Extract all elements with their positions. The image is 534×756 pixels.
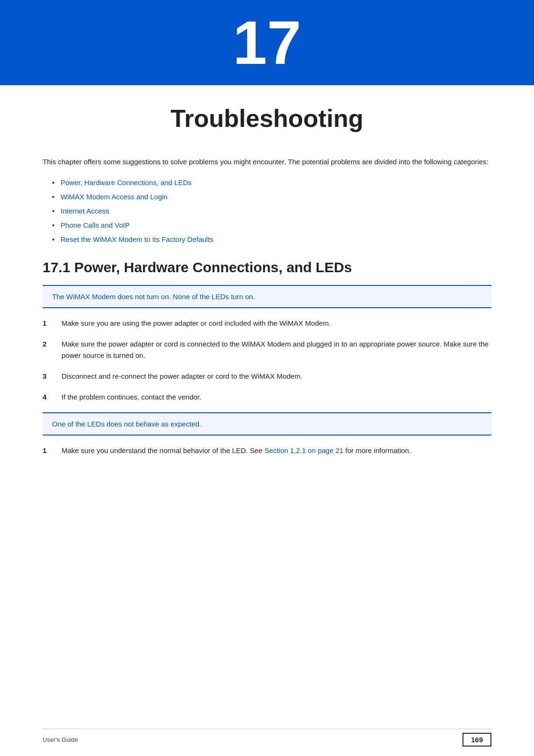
step-text: Make sure the power adapter or cord is c…: [62, 338, 491, 361]
step-item: 4 If the problem continues, contact the …: [43, 391, 491, 403]
callout-text-2: One of the LEDs does not behave as expec…: [52, 420, 201, 428]
list-item: Phone Calls and VoIP: [52, 220, 491, 231]
intro-paragraph: This chapter offers some suggestions to …: [43, 156, 491, 168]
step-text-before: Make sure you understand the normal beha…: [62, 446, 265, 454]
footer-label: User's Guide: [43, 736, 78, 743]
section-link[interactable]: Section 1.2.1 on page 21: [265, 446, 344, 454]
page-footer: User's Guide 169: [43, 729, 491, 747]
step-item: 1 Make sure you understand the normal be…: [43, 445, 491, 456]
bullet-link-1[interactable]: Power, Hardware Connections, and LEDs: [61, 178, 192, 187]
callout-text-1: The WiMAX Modem does not turn on. None o…: [52, 293, 255, 301]
bullet-link-3[interactable]: Internet Access: [61, 207, 109, 215]
step-item: 3 Disconnect and re-connect the power ad…: [43, 371, 491, 382]
step-number: 2: [43, 338, 57, 350]
step-text-after: for more information.: [343, 446, 411, 454]
list-item: Internet Access: [52, 205, 491, 217]
content-area: This chapter offers some suggestions to …: [0, 147, 534, 494]
chapter-header: 17: [0, 0, 534, 85]
bullet-list: Power, Hardware Connections, and LEDs Wi…: [52, 177, 491, 245]
step-text: If the problem continues, contact the ve…: [62, 391, 491, 403]
step-item: 1 Make sure you are using the power adap…: [43, 318, 491, 329]
section-1-heading: 17.1 Power, Hardware Connections, and LE…: [43, 259, 491, 276]
bullet-link-4[interactable]: Phone Calls and VoIP: [61, 221, 130, 229]
steps-list-1: 1 Make sure you are using the power adap…: [43, 318, 491, 403]
list-item: Reset the WiMAX Modem to Its Factory Def…: [52, 234, 491, 245]
step-number: 4: [43, 391, 57, 403]
step-item: 2 Make sure the power adapter or cord is…: [43, 338, 491, 361]
page-number: 169: [463, 733, 491, 747]
step-text: Make sure you understand the normal beha…: [62, 445, 491, 456]
steps-list-2: 1 Make sure you understand the normal be…: [43, 445, 491, 456]
step-number: 1: [43, 318, 57, 329]
page-container: 17 Troubleshooting This chapter offers s…: [0, 0, 534, 756]
step-text: Make sure you are using the power adapte…: [62, 318, 491, 329]
bullet-link-2[interactable]: WiMAX Modem Access and Login: [61, 193, 168, 201]
step-number: 3: [43, 371, 57, 382]
chapter-number: 17: [233, 12, 302, 73]
chapter-title-section: Troubleshooting: [0, 85, 534, 147]
callout-box-2: One of the LEDs does not behave as expec…: [43, 412, 491, 436]
step-number: 1: [43, 445, 57, 456]
bullet-link-5[interactable]: Reset the WiMAX Modem to Its Factory Def…: [61, 235, 214, 243]
chapter-title: Troubleshooting: [0, 104, 534, 133]
step-text: Disconnect and re-connect the power adap…: [62, 371, 491, 382]
list-item: WiMAX Modem Access and Login: [52, 191, 491, 203]
callout-box-1: The WiMAX Modem does not turn on. None o…: [43, 285, 491, 308]
list-item: Power, Hardware Connections, and LEDs: [52, 177, 491, 188]
